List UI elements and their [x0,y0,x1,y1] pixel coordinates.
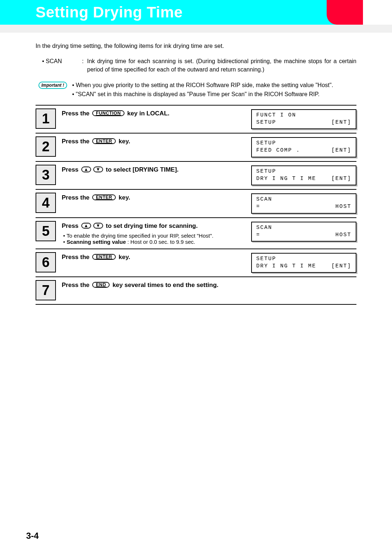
lcd-display: SCAN =HOST [251,193,356,214]
important-note: Important ! • When you give priority to … [36,81,356,99]
important-badge: Important ! [38,82,67,89]
step-number: 4 [36,193,56,213]
lcd-line1: SCAN [256,224,351,231]
page-content: In the drying time setting, the followin… [0,33,392,305]
lcd-line1: FUNCT I ON [256,112,351,119]
step-instruction: Press the ENTER key. [62,136,245,145]
lcd-line1: SETUP [256,168,351,175]
important-line-2: • "SCAN" set in this machine is displaye… [72,90,333,99]
step-5-note-2: Scanning setting value : Host or 0.0 sec… [67,239,245,245]
step-instruction: Press the ENTER key. [62,193,245,201]
step-5: 5 Press ▲▼ to set drying time for scanni… [36,218,356,249]
header-underline [0,25,392,33]
step-4: 4 Press the ENTER key. SCAN =HOST [36,190,356,218]
section-tab [327,0,363,25]
step-number: 1 [36,108,56,129]
lcd-display: SETUP DRY I NG T I ME[ENT] [251,253,356,273]
step-instruction: Press the END key several times to end t… [62,280,356,289]
lcd-line2: =HOST [256,203,351,210]
scan-definition: • SCAN : Ink drying time for each scanni… [36,57,356,74]
scan-body: Ink drying time for each scanning is set… [87,57,356,74]
step-instruction: Press ▲▼ to set drying time for scanning… [62,221,245,245]
lcd-line2: DRY I NG T I ME[ENT] [256,175,351,182]
step-instruction: Press the ENTER key. [62,252,245,261]
lcd-line2: =HOST [256,231,351,239]
lcd-line2: DRY I NG T I ME[ENT] [256,263,351,270]
scan-colon: : [82,57,87,74]
lcd-display: FUNCT I ON SETUP[ENT] [251,109,356,130]
step-instruction: Press the FUNCTION key in LOCAL. [62,108,245,117]
end-key: END [92,282,110,288]
down-arrow-key: ▼ [93,223,103,229]
lcd-line1: SCAN [256,196,351,203]
step-6: 6 Press the ENTER key. SETUP DRY I NG T … [36,249,356,278]
lcd-display: SCAN =HOST [251,222,356,242]
lcd-display: SETUP FEED COMP .[ENT] [251,137,356,157]
important-list: • When you give priority to the setting … [72,81,333,99]
step-instruction: Press ▲▼ to select [DRYING TIME]. [62,165,245,173]
important-line-1: • When you give priority to the setting … [72,81,333,90]
lcd-display: SETUP DRY I NG T I ME[ENT] [251,165,356,186]
step-5-note-1: To enable the drying time specified in y… [67,233,245,239]
lcd-line2: FEED COMP .[ENT] [256,147,351,154]
enter-key: ENTER [92,254,116,260]
intro-text: In the drying time setting, the followin… [36,41,356,50]
scan-term: • SCAN [42,57,82,74]
up-arrow-key: ▲ [81,223,91,229]
function-key: FUNCTION [92,110,124,116]
step-1: 1 Press the FUNCTION key in LOCAL. FUNCT… [36,106,356,134]
lcd-line2: SETUP[ENT] [256,119,351,126]
up-arrow-key: ▲ [81,167,91,172]
lcd-line1: SETUP [256,140,351,147]
step-number: 5 [36,221,56,241]
enter-key: ENTER [92,194,116,200]
step-number: 6 [36,252,56,272]
page-title: Setting Drying Time [0,0,356,25]
enter-key: ENTER [92,138,116,144]
page-number: 3-4 [26,531,39,541]
step-2: 2 Press the ENTER key. SETUP FEED COMP .… [36,134,356,162]
down-arrow-key: ▼ [93,167,103,172]
lcd-line1: SETUP [256,255,351,263]
step-number: 7 [36,280,56,300]
step-7: 7 Press the END key several times to end… [36,277,356,305]
step-3: 3 Press ▲▼ to select [DRYING TIME]. SETU… [36,162,356,190]
step-number: 2 [36,136,56,157]
step-number: 3 [36,165,56,185]
step-5-notes: To enable the drying time specified in y… [62,233,245,245]
page-header: Setting Drying Time [0,0,356,25]
